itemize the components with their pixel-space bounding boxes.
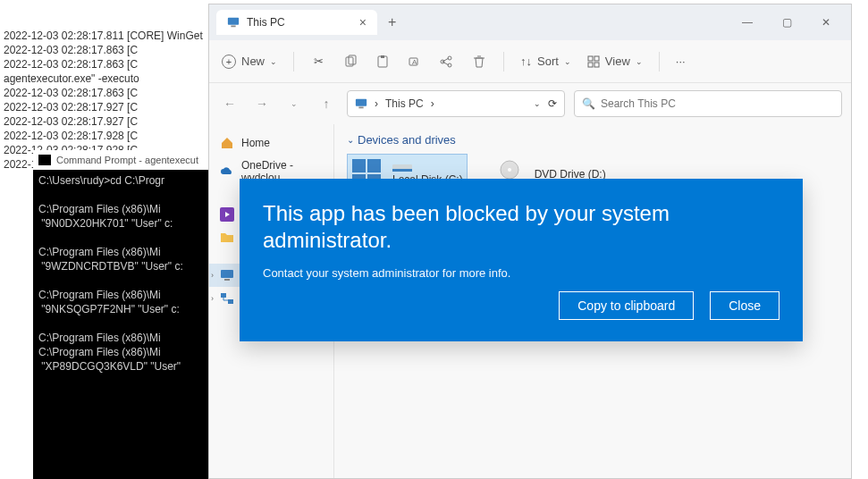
- svg-rect-19: [224, 279, 230, 281]
- svg-rect-20: [221, 293, 226, 298]
- sidebar-label: Home: [241, 137, 270, 149]
- delete-icon[interactable]: [471, 54, 487, 70]
- videos-icon: [220, 207, 234, 222]
- devices-section-header[interactable]: ⌄ Devices and drives: [347, 133, 839, 147]
- address-location: This PC: [385, 97, 424, 110]
- close-button[interactable]: ✕: [808, 10, 844, 35]
- svg-rect-12: [594, 56, 599, 61]
- cut-icon[interactable]: ✂: [310, 54, 326, 70]
- share-icon[interactable]: [439, 54, 455, 70]
- view-label: View: [605, 55, 630, 68]
- up-button[interactable]: ↑: [315, 92, 338, 115]
- pc-icon: [220, 268, 234, 282]
- svg-rect-18: [221, 270, 233, 278]
- explorer-tab-thispc[interactable]: This PC ×: [216, 10, 377, 35]
- chevron-down-icon: ⌄: [347, 135, 354, 145]
- svg-rect-14: [594, 63, 599, 67]
- chevron-icon: ›: [431, 97, 434, 110]
- cmd-title: Command Prompt - agentexecut: [56, 153, 198, 167]
- dialog-subtitle: Contact your system administrator for mo…: [263, 266, 780, 280]
- window-controls: — ▢ ✕: [729, 10, 844, 35]
- sort-icon: ↑↓: [520, 55, 532, 68]
- copy-icon[interactable]: [342, 54, 358, 70]
- copy-to-clipboard-button[interactable]: Copy to clipboard: [559, 291, 694, 320]
- search-input[interactable]: [601, 97, 834, 110]
- home-icon: [220, 136, 234, 150]
- svg-rect-22: [352, 159, 366, 172]
- tab-close-icon[interactable]: ×: [359, 15, 367, 29]
- cloud-icon: [220, 164, 234, 179]
- sidebar-item-home[interactable]: Home: [209, 131, 333, 155]
- address-box[interactable]: › This PC › ⌄ ⟳: [347, 90, 565, 117]
- plus-icon: +: [222, 55, 236, 69]
- dialog-buttons: Copy to clipboard Close: [263, 291, 780, 320]
- svg-text:A: A: [412, 58, 417, 66]
- search-icon: 🔍: [582, 97, 595, 110]
- chevron-down-icon[interactable]: ⌄: [534, 99, 541, 108]
- rename-icon[interactable]: A: [407, 54, 423, 70]
- explorer-addressbar: ← → ⌄ ↑ › This PC › ⌄ ⟳ 🔍: [209, 83, 851, 124]
- folder-icon: [220, 231, 234, 245]
- section-label: Devices and drives: [358, 133, 456, 147]
- svg-rect-5: [381, 55, 384, 58]
- minimize-button[interactable]: —: [729, 10, 765, 35]
- back-button[interactable]: ←: [218, 92, 241, 115]
- maximize-button[interactable]: ▢: [769, 10, 805, 35]
- pc-icon: [227, 16, 240, 29]
- tab-add-button[interactable]: +: [381, 11, 403, 34]
- new-button[interactable]: + New ⌄: [222, 55, 277, 69]
- network-icon: [220, 291, 234, 306]
- toolbar-separator: [293, 52, 294, 71]
- refresh-icon[interactable]: ⟳: [548, 97, 557, 110]
- chevron-icon: ›: [375, 97, 378, 110]
- view-button[interactable]: View ⌄: [587, 55, 643, 68]
- svg-rect-13: [588, 63, 593, 67]
- explorer-tabbar: This PC × + — ▢ ✕: [209, 4, 851, 40]
- view-icon: [587, 55, 600, 68]
- close-dialog-button[interactable]: Close: [710, 291, 780, 320]
- chevron-down-icon: ⌄: [636, 57, 643, 66]
- chevron-icon: ›: [211, 294, 214, 303]
- svg-rect-0: [228, 18, 239, 25]
- paste-icon[interactable]: [375, 54, 391, 70]
- recent-dropdown[interactable]: ⌄: [282, 92, 306, 115]
- sort-label: Sort: [537, 55, 559, 68]
- cmd-icon: [38, 155, 51, 165]
- blocked-app-dialog: This app has been blocked by your system…: [240, 179, 803, 341]
- sort-button[interactable]: ↑↓ Sort ⌄: [520, 55, 571, 68]
- svg-rect-27: [392, 169, 412, 172]
- tab-label: This PC: [247, 16, 285, 29]
- svg-rect-11: [588, 56, 593, 61]
- new-label: New: [241, 55, 265, 68]
- more-button[interactable]: ···: [676, 55, 686, 68]
- chevron-down-icon: ⌄: [564, 57, 571, 66]
- svg-rect-15: [356, 99, 367, 106]
- disk-icon: [392, 163, 412, 173]
- svg-rect-1: [231, 26, 235, 28]
- svg-rect-16: [358, 107, 363, 109]
- chevron-icon: ›: [211, 271, 214, 280]
- toolbar-separator: [503, 52, 504, 71]
- forward-button[interactable]: →: [250, 92, 274, 115]
- dialog-title: This app has been blocked by your system…: [263, 200, 780, 254]
- search-box[interactable]: 🔍: [574, 90, 842, 117]
- svg-point-29: [508, 168, 511, 172]
- toolbar-separator: [659, 52, 660, 71]
- chevron-down-icon: ⌄: [270, 57, 277, 66]
- svg-rect-23: [367, 159, 381, 172]
- pc-icon: [355, 97, 367, 110]
- explorer-toolbar: + New ⌄ ✂ A ↑↓ Sort ⌄ View ⌄ ···: [209, 40, 851, 83]
